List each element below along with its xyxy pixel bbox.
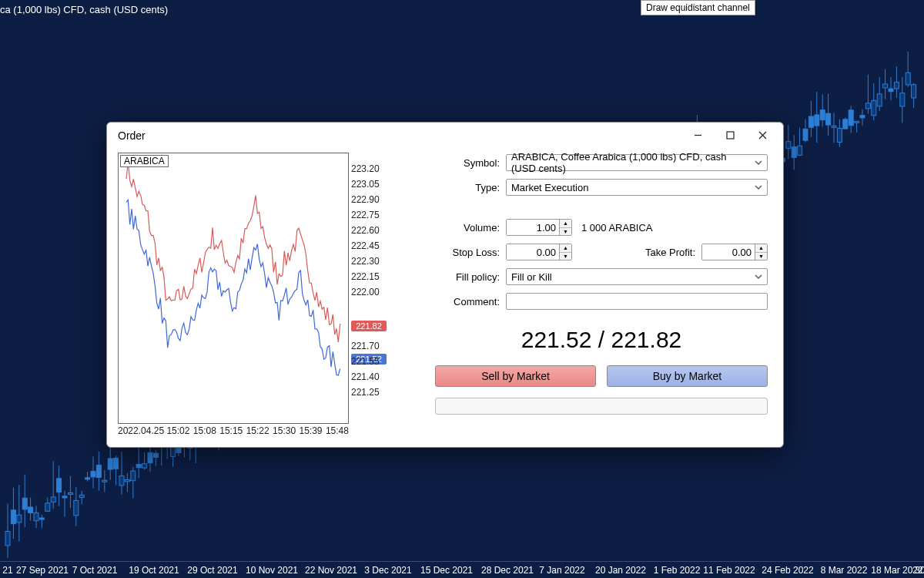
- tick-symbol-label: ARABICA: [120, 155, 169, 167]
- svg-rect-303: [865, 103, 870, 109]
- svg-rect-301: [860, 116, 865, 118]
- svg-rect-29: [85, 478, 90, 479]
- spin-up-icon[interactable]: ▲: [560, 244, 571, 253]
- svg-rect-277: [792, 147, 796, 158]
- svg-rect-9: [28, 507, 33, 513]
- svg-rect-11: [34, 512, 38, 520]
- svg-rect-41: [119, 476, 124, 486]
- svg-rect-307: [877, 94, 882, 106]
- dialog-title: Order: [118, 129, 681, 142]
- svg-rect-1: [5, 532, 10, 546]
- svg-rect-33: [96, 465, 101, 478]
- fillpolicy-select[interactable]: Fill or Kill: [506, 268, 768, 285]
- svg-rect-309: [883, 84, 888, 88]
- type-label: Type:: [435, 182, 500, 193]
- svg-rect-25: [74, 501, 79, 516]
- close-button[interactable]: [746, 124, 778, 147]
- spin-down-icon[interactable]: ▼: [755, 253, 767, 260]
- takeprofit-input[interactable]: [702, 244, 755, 260]
- svg-rect-31: [91, 472, 95, 477]
- tick-y-axis: 221.82 221.52 223.20223.05222.90222.7522…: [348, 153, 387, 423]
- type-select[interactable]: Market Execution: [506, 179, 768, 196]
- date-axis: 2127 Sep 20217 Oct 202119 Oct 202129 Oct…: [0, 561, 924, 578]
- svg-rect-297: [849, 110, 853, 126]
- svg-rect-315: [900, 93, 905, 106]
- svg-rect-51: [148, 452, 152, 462]
- svg-rect-311: [889, 89, 893, 92]
- svg-rect-275: [786, 142, 791, 149]
- svg-rect-287: [820, 110, 825, 120]
- svg-rect-295: [843, 119, 848, 129]
- comment-input[interactable]: [506, 293, 768, 310]
- tick-chart-panel: ARABICA 221.82 221.52 223.20223.05222.90…: [118, 153, 387, 436]
- titlebar[interactable]: Order: [107, 123, 783, 148]
- spin-down-icon[interactable]: ▼: [560, 228, 571, 236]
- svg-rect-35: [102, 480, 107, 482]
- spin-up-icon[interactable]: ▲: [560, 220, 571, 228]
- chevron-down-icon: [755, 182, 762, 193]
- svg-rect-313: [894, 82, 899, 89]
- svg-rect-7: [22, 498, 27, 509]
- svg-rect-43: [125, 480, 129, 482]
- svg-rect-19: [57, 479, 62, 492]
- svg-rect-289: [826, 113, 831, 125]
- volume-spinner[interactable]: ▲▼: [506, 219, 572, 236]
- volume-lot: 1 000 ARABICA: [581, 222, 653, 234]
- comment-label: Comment:: [435, 296, 500, 307]
- maximize-button[interactable]: [714, 124, 746, 147]
- volume-input[interactable]: [507, 220, 559, 235]
- fillpolicy-value: Fill or Kill: [511, 271, 552, 283]
- tick-x-axis: 2022.04.25 15:0215:0815:1515:2215:3015:3…: [118, 424, 349, 436]
- spin-up-icon[interactable]: ▲: [755, 244, 767, 253]
- svg-rect-17: [51, 497, 55, 502]
- svg-rect-291: [832, 126, 836, 127]
- buy-button[interactable]: Buy by Market: [607, 365, 768, 387]
- draw-channel-tooltip: Draw equidistant channel: [641, 0, 755, 15]
- svg-rect-49: [142, 464, 147, 468]
- svg-rect-3: [11, 510, 15, 524]
- fillpolicy-label: Fill policy:: [435, 271, 500, 283]
- instrument-label: ca (1,000 lbs) CFD, cash (USD cents): [0, 4, 168, 15]
- svg-rect-15: [45, 503, 50, 512]
- symbol-select[interactable]: ARABICA, Coffee Arabica (1,000 lbs) CFD,…: [506, 154, 768, 171]
- volume-label: Volume:: [435, 222, 500, 234]
- svg-rect-279: [798, 146, 802, 155]
- svg-rect-37: [108, 459, 112, 469]
- price-display: 221.52 / 221.82: [435, 316, 768, 361]
- order-form: Symbol: ARABICA, Coffee Arabica (1,000 l…: [397, 153, 772, 436]
- svg-rect-47: [136, 465, 141, 468]
- sell-button[interactable]: Sell by Market: [435, 365, 596, 387]
- tick-lines: [119, 153, 350, 423]
- svg-rect-23: [68, 492, 72, 494]
- svg-rect-319: [912, 85, 916, 98]
- svg-rect-5: [17, 515, 22, 523]
- svg-rect-305: [872, 101, 876, 116]
- svg-rect-59: [171, 447, 176, 456]
- takeprofit-label: Take Profit:: [629, 247, 695, 258]
- svg-rect-13: [39, 518, 44, 519]
- stoploss-spinner[interactable]: ▲▼: [506, 244, 572, 260]
- tick-chart: ARABICA 221.82 221.52 223.20223.05222.90…: [118, 153, 349, 424]
- stoploss-label: Stop Loss:: [435, 247, 500, 258]
- minimize-button[interactable]: [681, 124, 714, 147]
- chevron-down-icon: [755, 157, 762, 169]
- svg-rect-53: [153, 453, 158, 457]
- svg-rect-27: [79, 495, 84, 497]
- svg-rect-285: [815, 115, 819, 126]
- status-bar: [435, 398, 768, 415]
- svg-rect-299: [855, 121, 859, 123]
- symbol-label: Symbol:: [435, 157, 500, 169]
- svg-rect-317: [906, 72, 910, 85]
- svg-rect-320: [727, 132, 734, 139]
- stoploss-input[interactable]: [507, 244, 559, 260]
- svg-rect-45: [131, 471, 136, 481]
- takeprofit-spinner[interactable]: ▲▼: [701, 244, 768, 260]
- svg-rect-281: [803, 129, 808, 140]
- order-dialog: Order ARABICA 221.82 221.52 223.20223.05…: [106, 122, 784, 448]
- svg-rect-39: [114, 458, 119, 469]
- svg-rect-21: [62, 496, 67, 498]
- chevron-down-icon: [755, 271, 762, 283]
- spin-down-icon[interactable]: ▼: [560, 253, 571, 260]
- ask-price-badge: 221.82: [351, 321, 387, 331]
- symbol-value: ARABICA, Coffee Arabica (1,000 lbs) CFD,…: [511, 151, 750, 174]
